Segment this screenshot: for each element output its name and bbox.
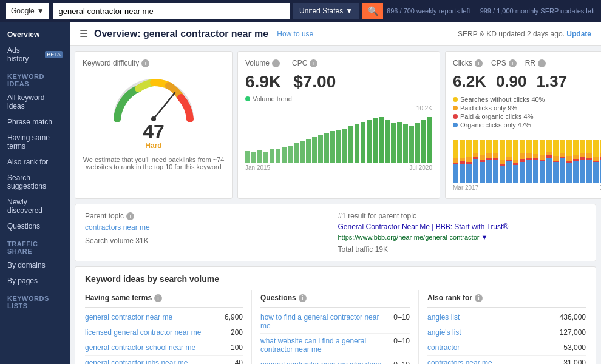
legend-item: Paid & organic clicks 4% <box>453 113 601 120</box>
rr-value-block: 1.37 <box>537 72 568 91</box>
ki-keyword-link[interactable]: contractor <box>427 343 460 352</box>
clicks-info-icon[interactable]: i <box>475 59 483 67</box>
serp-info: SERP & KD updated 2 days ago. Update <box>458 30 591 38</box>
trend-dot <box>245 96 250 101</box>
search-input[interactable] <box>53 3 290 19</box>
sidebar-item-search-suggestions[interactable]: Search suggestions <box>0 170 70 194</box>
gauge-chart <box>111 73 196 122</box>
clicks-title: Clicks <box>453 59 472 67</box>
ki-keyword-link[interactable]: licensed general contractor near me <box>85 328 201 337</box>
bar-segment <box>466 157 472 162</box>
ki-keyword-link[interactable]: general contractor near me <box>85 313 172 322</box>
sidebar-item-by-domains[interactable]: By domains <box>0 257 70 273</box>
legend-item: Paid clicks only 9% <box>453 104 601 112</box>
sidebar-item-overview[interactable]: Overview <box>0 27 70 42</box>
having-same-terms-header: Having same terms i <box>85 290 243 308</box>
volume-bar <box>421 120 426 163</box>
stacked-bar <box>493 140 498 183</box>
clicks-card-header: Clicks i CPS i RR i <box>453 59 601 67</box>
also-rank-info-icon[interactable]: i <box>475 294 483 302</box>
sidebar-item-ads-history[interactable]: Ads history BETA <box>0 42 70 67</box>
legend-item: Organic clicks only 47% <box>453 121 601 129</box>
bar-segment <box>580 140 585 153</box>
bar-segment <box>493 140 498 153</box>
sidebar-item-phrase-match[interactable]: Phrase match <box>0 114 70 130</box>
sidebar-item-questions[interactable]: Questions <box>0 218 70 234</box>
ki-keyword-link[interactable]: general contractor near me who does insu… <box>260 360 389 364</box>
bar-segment <box>500 140 505 160</box>
hamburger-icon[interactable]: ☰ <box>80 28 88 39</box>
questions-info-icon[interactable]: i <box>299 294 307 302</box>
bar-segment <box>466 164 472 183</box>
volume-bar <box>385 120 390 163</box>
bar-segment <box>480 140 485 155</box>
bar-segment <box>493 160 498 183</box>
search-button[interactable]: 🔍 <box>362 3 383 19</box>
country-select[interactable]: United States ▼ <box>293 3 359 19</box>
list-item: general contractor jobs near me40 <box>85 356 243 364</box>
sidebar-item-by-pages[interactable]: By pages <box>0 273 70 289</box>
ki-keyword-link[interactable]: contractors near me <box>427 359 492 364</box>
bar-segment <box>526 140 532 153</box>
stacked-bar <box>513 140 518 183</box>
sidebar-item-newly-discovered[interactable]: Newly discovered <box>0 194 70 218</box>
bar-segment <box>526 153 532 158</box>
ki-keyword-link[interactable]: angie's list <box>427 328 461 337</box>
bar-segment <box>580 160 585 183</box>
bar-segment <box>466 140 472 157</box>
volume-bar-chart <box>245 114 432 163</box>
stacked-bar <box>506 140 512 183</box>
svg-line-0 <box>154 93 175 119</box>
how-to-use-link[interactable]: How to use <box>277 30 313 38</box>
bar-segment <box>473 140 478 153</box>
list-item: contractor53,000 <box>427 340 586 356</box>
ki-keyword-link[interactable]: general contractor school near me <box>85 343 195 352</box>
clicks-value-block: 6.2K <box>453 72 486 91</box>
sidebar-item-having-same-terms[interactable]: Having same terms <box>0 130 70 154</box>
sidebar-item-also-rank-for[interactable]: Also rank for <box>0 154 70 170</box>
volume-bar <box>373 118 378 163</box>
result-dropdown-icon[interactable]: ▼ <box>481 234 488 241</box>
volume-bar <box>391 123 396 163</box>
ki-keyword-link[interactable]: how to find a general contractor near me <box>260 313 389 330</box>
bar-segment <box>526 160 532 183</box>
volume-card: Volume i CPC i 6.9K $7.00 Volume trend <box>237 51 440 199</box>
engine-select[interactable]: Google ▼ <box>6 3 49 19</box>
parent-topic-link[interactable]: contractors near me <box>85 223 150 232</box>
volume-info-icon[interactable]: i <box>272 59 280 67</box>
keyword-ideas-grid: Having same terms i general contractor n… <box>85 290 586 364</box>
volume-card-title: Volume i CPC i <box>245 59 432 67</box>
having-info-icon[interactable]: i <box>154 294 162 302</box>
result-traffic: Total traffic 19K <box>338 245 586 254</box>
ki-keyword-link[interactable]: general contractor jobs near me <box>85 359 188 364</box>
sidebar-item-all-keywords[interactable]: All keyword ideas <box>0 90 70 114</box>
ki-keyword-link[interactable]: angies list <box>427 313 460 322</box>
stacked-bar <box>480 140 485 183</box>
difficulty-card-title: Keyword difficulty i <box>83 59 225 67</box>
cpc-info-icon[interactable]: i <box>310 59 317 67</box>
bar-segment <box>520 162 525 183</box>
rr-info-icon[interactable]: i <box>538 59 546 67</box>
volume-bar <box>294 143 299 163</box>
result-link[interactable]: General Contractor Near Me | BBB: Start … <box>338 223 586 231</box>
bar-segment <box>453 164 458 183</box>
update-link[interactable]: Update <box>566 30 591 38</box>
content-header: ☰ Overview: general contractor near me H… <box>70 22 601 46</box>
bar-segment <box>586 153 592 158</box>
ki-keyword-link[interactable]: what website can i find a general contra… <box>260 337 389 354</box>
difficulty-card: Keyword difficulty i <box>75 51 233 199</box>
also-rank-items-list: angies list436,000angie's list127,000con… <box>427 310 586 364</box>
difficulty-info-icon[interactable]: i <box>141 59 149 67</box>
bar-segment <box>513 165 518 183</box>
ki-count: 436,000 <box>560 313 586 322</box>
parent-topic-info-icon[interactable]: i <box>126 212 134 220</box>
stacked-bar <box>560 140 565 183</box>
volume-bar <box>427 117 432 163</box>
country-label: United States <box>299 7 343 15</box>
list-item: general contractor school near me100 <box>85 340 243 356</box>
stacked-bar <box>573 140 579 183</box>
stacked-bar <box>500 140 505 183</box>
main-layout: Overview Ads history BETA Keyword ideas … <box>0 22 601 364</box>
bar-segment <box>593 157 599 161</box>
cps-info-icon[interactable]: i <box>509 59 517 67</box>
